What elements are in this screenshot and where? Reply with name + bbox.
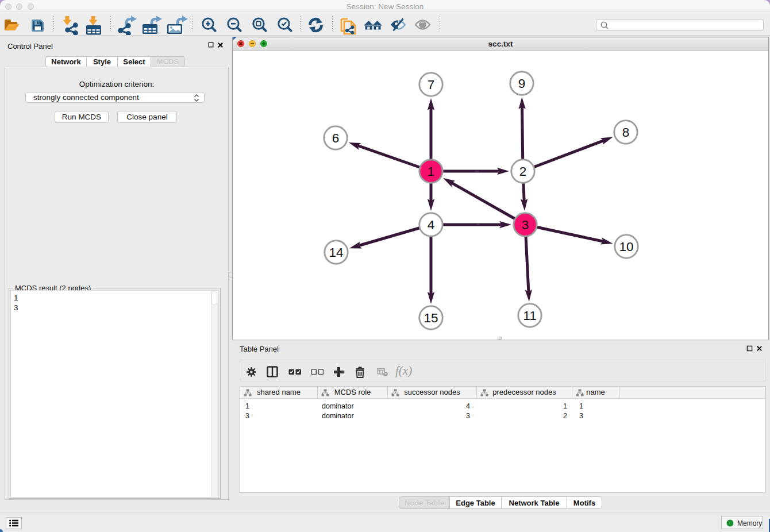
svg-text:3: 3 bbox=[522, 218, 529, 232]
svg-text:7: 7 bbox=[428, 78, 435, 92]
svg-text:1: 1 bbox=[428, 164, 435, 179]
svg-text:9: 9 bbox=[518, 76, 526, 91]
svg-text:2: 2 bbox=[519, 164, 527, 179]
svg-text:11: 11 bbox=[523, 309, 536, 323]
svg-text:14: 14 bbox=[329, 245, 343, 260]
svg-text:10: 10 bbox=[619, 240, 633, 254]
svg-text:15: 15 bbox=[424, 311, 438, 325]
svg-text:4: 4 bbox=[428, 218, 435, 232]
svg-text:8: 8 bbox=[622, 125, 630, 140]
svg-text:6: 6 bbox=[332, 131, 340, 145]
